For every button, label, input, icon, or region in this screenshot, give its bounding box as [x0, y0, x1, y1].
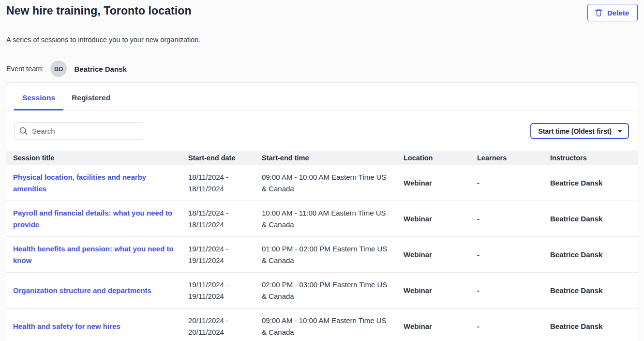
- session-date: 18/11/2024 - 18/11/2024: [181, 171, 255, 195]
- session-learners: -: [470, 321, 543, 332]
- session-time: 09:00 AM - 10:00 AM Eastern Time US & Ca…: [255, 171, 397, 195]
- session-title-link[interactable]: Health benefits and pension: what you ne…: [13, 245, 174, 264]
- search-icon: [19, 127, 28, 135]
- table-row: Health benefits and pension: what you ne…: [6, 237, 638, 273]
- session-time: 09:00 AM - 10:00 AM Eastern Time US & Ca…: [255, 315, 397, 338]
- table-body: Physical location, facilities and nearby…: [6, 165, 638, 341]
- session-instructors: Beatrice Dansk: [543, 321, 632, 332]
- table-header-row: Session title Start-end date Start-end t…: [6, 151, 638, 165]
- tab-sessions[interactable]: Sessions: [14, 86, 63, 110]
- session-location: Webinar: [397, 177, 470, 189]
- sessions-table: Session title Start-end date Start-end t…: [6, 151, 638, 341]
- column-header-learners: Learners: [470, 152, 543, 164]
- session-title-link[interactable]: Physical location, facilities and nearby…: [13, 173, 146, 193]
- column-header-start-end-date: Start-end date: [181, 152, 255, 164]
- sort-dropdown-label: Start time (Oldest first): [538, 127, 612, 135]
- table-row: Physical location, facilities and nearby…: [6, 165, 638, 201]
- table-controls: Start time (Oldest first): [6, 110, 638, 151]
- event-team-member-name: Beatrice Dansk: [74, 65, 126, 73]
- column-header-start-end-time: Start-end time: [255, 152, 397, 164]
- session-date: 19/11/2024 - 19/11/2024: [181, 279, 255, 302]
- chevron-down-icon: [617, 130, 622, 133]
- session-date: 18/11/2024 - 18/11/2024: [181, 207, 255, 231]
- session-instructors: Beatrice Dansk: [543, 177, 632, 189]
- sessions-card: Sessions Registered Start time (Oldest f…: [6, 82, 638, 341]
- delete-button-label: Delete: [607, 9, 629, 17]
- event-detail-page: New hire training, Toronto location Dele…: [0, 0, 644, 341]
- avatar: BD: [50, 61, 67, 77]
- session-learners: -: [470, 213, 543, 225]
- session-date: 19/11/2024 - 19/11/2024: [181, 243, 255, 266]
- session-instructors: Beatrice Dansk: [543, 249, 632, 261]
- session-title-link[interactable]: Organization structure and departments: [13, 286, 151, 294]
- search-input[interactable]: [32, 127, 138, 135]
- trash-icon: [595, 8, 603, 17]
- session-title-link[interactable]: Payroll and financial details: what you …: [13, 209, 172, 229]
- session-location: Webinar: [397, 213, 470, 225]
- tab-bar: Sessions Registered: [6, 83, 638, 110]
- delete-button[interactable]: Delete: [587, 4, 638, 21]
- event-team-label: Event team:: [6, 65, 44, 73]
- session-learners: -: [470, 177, 543, 189]
- page-title: New hire training, Toronto location: [6, 4, 192, 17]
- column-header-location: Location: [397, 152, 470, 164]
- sort-dropdown[interactable]: Start time (Oldest first): [530, 123, 629, 139]
- search-box[interactable]: [14, 122, 143, 140]
- session-title-link[interactable]: Health and safety for new hires: [13, 322, 120, 330]
- table-row: Payroll and financial details: what you …: [6, 201, 638, 237]
- page-header: New hire training, Toronto location Dele…: [0, 0, 644, 21]
- session-location: Webinar: [397, 321, 470, 332]
- session-date: 20/11/2024 - 20/11/2024: [181, 315, 255, 338]
- session-location: Webinar: [397, 285, 470, 296]
- table-row: Organization structure and departments 1…: [6, 273, 638, 309]
- column-header-session-title: Session title: [6, 152, 181, 164]
- tab-registered[interactable]: Registered: [63, 86, 119, 110]
- session-location: Webinar: [397, 249, 470, 261]
- session-time: 01:00 PM - 02:00 PM Eastern Time US & Ca…: [255, 243, 397, 266]
- session-learners: -: [470, 285, 543, 296]
- session-instructors: Beatrice Dansk: [543, 285, 632, 296]
- session-time: 02:00 PM - 03:00 PM Eastern Time US & Ca…: [255, 279, 397, 302]
- session-time: 10:00 AM - 11:00 AM Eastern Time US & Ca…: [255, 207, 397, 231]
- table-row: Health and safety for new hires 20/11/20…: [6, 309, 638, 341]
- session-instructors: Beatrice Dansk: [543, 213, 632, 225]
- session-learners: -: [470, 249, 543, 261]
- event-team-row: Event team: BD Beatrice Dansk: [0, 61, 644, 77]
- page-description: A series of sessions to introduce you to…: [0, 36, 644, 44]
- column-header-instructors: Instructors: [543, 152, 632, 164]
